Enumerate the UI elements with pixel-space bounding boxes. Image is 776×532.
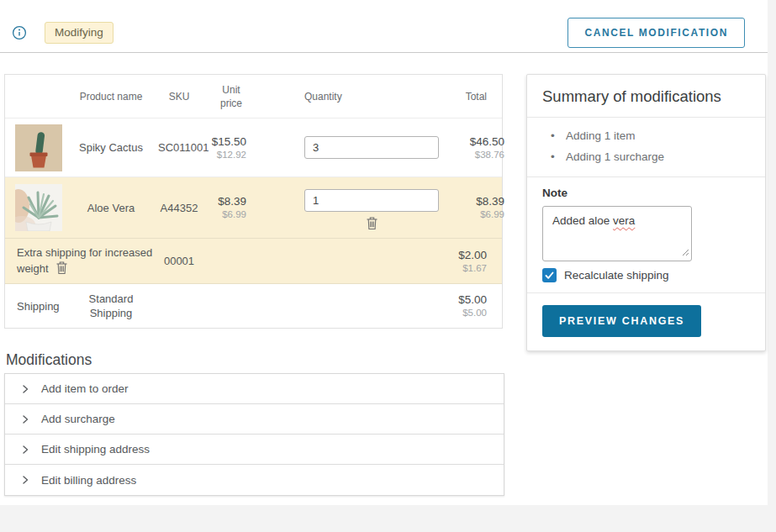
- order-modification-page: Modifying CANCEL MODIFICATION Product na…: [0, 0, 768, 505]
- unit-price: $15.50: [200, 134, 246, 149]
- unit-price-cell: $15.50 $12.92: [200, 134, 251, 161]
- quantity-input[interactable]: [304, 136, 439, 159]
- status-badge: Modifying: [45, 22, 113, 44]
- panel-actions: PREVIEW CHANGES: [527, 293, 765, 350]
- product-name: Aloe Vera: [64, 201, 158, 215]
- total-price: $46.50: [439, 134, 504, 149]
- accordion-label: Add item to order: [41, 382, 129, 395]
- unit-price-cell: $8.39 $6.99: [200, 194, 251, 221]
- table-row-aloe-vera: Aloe Vera A44352 $8.39 $6.99: [5, 177, 502, 239]
- unit-price-secondary: $12.92: [200, 149, 246, 161]
- thumbnail-cell: [5, 124, 64, 171]
- resize-handle-icon[interactable]: [682, 246, 689, 259]
- total-price: $8.39: [439, 194, 504, 208]
- total-cell: $2.00 $1.67: [421, 248, 502, 275]
- cactus-photo: [15, 124, 62, 171]
- header-product-name: Product name: [64, 91, 158, 103]
- accordion-add-surcharge[interactable]: Add surcharge: [5, 404, 504, 435]
- table-header-row: Product name SKU Unit price Quantity Tot…: [5, 75, 502, 119]
- summary-title: Summary of modifications: [527, 75, 765, 118]
- recalculate-shipping-label: Recalculate shipping: [564, 269, 669, 282]
- chevron-right-icon: [22, 384, 29, 394]
- total-price-secondary: $6.99: [439, 208, 504, 221]
- trash-icon[interactable]: [55, 261, 68, 275]
- quantity-cell: [251, 177, 439, 230]
- product-name: Spiky Cactus: [64, 140, 158, 155]
- header-quantity: Quantity: [251, 91, 421, 103]
- summary-items: Adding 1 item Adding 1 surcharge: [527, 118, 765, 177]
- thumbnail-cell: [5, 184, 64, 231]
- note-text: Added aloe: [552, 214, 610, 227]
- accordion-edit-shipping-address[interactable]: Edit shipping address: [5, 435, 504, 465]
- total-price: $2.00: [421, 248, 487, 262]
- chevron-right-icon: [22, 414, 29, 424]
- summary-item: Adding 1 surcharge: [542, 149, 750, 165]
- accordion-edit-billing-address[interactable]: Edit billing address: [5, 465, 504, 495]
- shipping-label: Shipping: [5, 300, 64, 313]
- accordion-add-item-to-order[interactable]: Add item to order: [5, 374, 504, 404]
- product-sku: SC011001: [158, 141, 200, 154]
- note-textarea[interactable]: Added aloe vera: [542, 206, 692, 261]
- summary-panel: Summary of modifications Adding 1 item A…: [526, 74, 766, 351]
- surcharge-label: Extra shipping for increased weight: [5, 245, 158, 277]
- note-section: Note Added aloe vera Recalculate shi: [527, 177, 765, 293]
- accordion-label: Add surcharge: [41, 413, 115, 425]
- header-sku: SKU: [158, 91, 200, 103]
- quantity-input[interactable]: [304, 189, 439, 212]
- note-label: Note: [542, 187, 750, 199]
- accordion-label: Edit billing address: [41, 474, 136, 487]
- accordion-label: Edit shipping address: [41, 443, 150, 456]
- quantity-cell: [251, 136, 439, 159]
- total-price: $5.00: [421, 292, 487, 307]
- total-cell: $46.50 $38.76: [439, 134, 520, 161]
- header-unit-price: Unit price: [200, 83, 251, 110]
- total-cell: $5.00 $5.00: [421, 292, 502, 319]
- aloe-photo: [15, 184, 62, 231]
- shipping-method: Standard Shipping: [64, 292, 158, 320]
- note-misspelled-word: vera: [613, 214, 635, 227]
- surcharge-sku: 00001: [158, 255, 200, 267]
- recalculate-shipping-checkbox[interactable]: [542, 268, 557, 282]
- total-cell: $8.39 $6.99: [439, 194, 520, 221]
- recalculate-shipping-row: Recalculate shipping: [542, 268, 750, 282]
- table-row-surcharge: Extra shipping for increased weight 0000…: [5, 239, 502, 284]
- total-price-secondary: $5.00: [421, 307, 487, 319]
- unit-price-secondary: $6.99: [200, 208, 246, 221]
- unit-price: $8.39: [200, 194, 246, 208]
- trash-icon[interactable]: [366, 216, 378, 230]
- cancel-modification-button[interactable]: CANCEL MODIFICATION: [567, 18, 745, 48]
- chevron-right-icon: [22, 475, 29, 485]
- total-price-secondary: $38.76: [439, 149, 504, 161]
- topbar: Modifying CANCEL MODIFICATION: [0, 0, 768, 53]
- total-price-secondary: $1.67: [421, 262, 487, 275]
- summary-item: Adding 1 item: [542, 128, 750, 144]
- preview-changes-button[interactable]: PREVIEW CHANGES: [542, 305, 701, 337]
- modifications-accordion: Add item to order Add surcharge Edit shi…: [4, 373, 504, 496]
- order-items-table: Product name SKU Unit price Quantity Tot…: [4, 74, 503, 329]
- table-row-shipping: Shipping Standard Shipping $5.00 $5.00: [5, 284, 502, 328]
- info-icon[interactable]: [12, 25, 27, 40]
- chevron-right-icon: [22, 445, 29, 455]
- table-row-spiky-cactus: Spiky Cactus SC011001 $15.50 $12.92 $46.…: [5, 119, 502, 177]
- product-sku: A44352: [158, 202, 200, 214]
- header-total: Total: [421, 91, 502, 103]
- modifications-heading: Modifications: [6, 351, 92, 369]
